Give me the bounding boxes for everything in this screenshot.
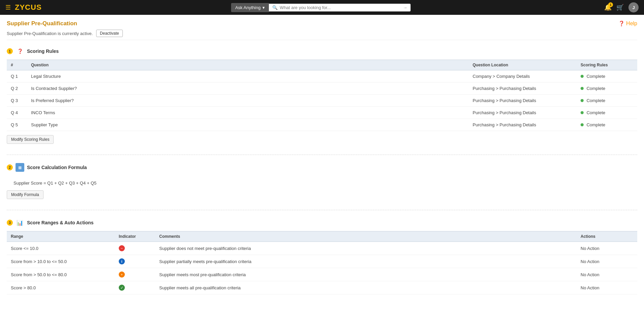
question-location: Purchasing > Purchasing Details	[469, 83, 577, 95]
complete-dot-icon	[581, 123, 584, 126]
scoring-status: Complete	[577, 83, 637, 95]
question-location: Purchasing > Purchasing Details	[469, 107, 577, 119]
question-number: Q 5	[7, 119, 27, 131]
score-ranges-table: Range Indicator Comments Actions Score <…	[7, 231, 637, 294]
page-title: Supplier Pre-Qualification	[7, 20, 77, 27]
comments-text: Supplier does not meet pre-qualification…	[155, 242, 577, 255]
score-ranges-section: 3 📊 Score Ranges & Auto Actions Range In…	[7, 216, 637, 304]
notifications-icon[interactable]: 🔔 1	[604, 4, 612, 11]
search-go-icon[interactable]: →	[403, 5, 407, 10]
actions-text: No Action	[577, 255, 637, 268]
col-rules: Scoring Rules	[577, 60, 637, 70]
question-location: Company > Company Details	[469, 70, 577, 83]
nav-icons: 🔔 1 🛒 J	[604, 2, 639, 12]
actions-text: No Action	[577, 268, 637, 281]
scoring-rules-icon: ❓	[16, 47, 24, 56]
scoring-rules-title: Scoring Rules	[27, 49, 59, 54]
question-text: INCO Terms	[27, 107, 469, 119]
question-text: Is Preferred Supplier?	[27, 95, 469, 107]
page-header: Supplier Pre-Qualification ❓ Help	[7, 20, 637, 27]
question-text: Is Contracted Supplier?	[27, 83, 469, 95]
status-text: Complete	[587, 98, 606, 103]
comments-text: Supplier meets most pre-qualification cr…	[155, 268, 577, 281]
scoring-rules-header: 1 ❓ Scoring Rules	[7, 44, 637, 57]
table-row: Score from > 50.0 to <= 80.0 + Supplier …	[7, 268, 637, 281]
user-avatar[interactable]: J	[628, 2, 639, 12]
complete-dot-icon	[581, 75, 584, 78]
col-hash: #	[7, 60, 27, 70]
dropdown-arrow-icon: ▾	[262, 5, 265, 10]
table-row: Q 2 Is Contracted Supplier? Purchasing >…	[7, 83, 637, 95]
status-text: Complete	[587, 74, 606, 79]
question-text: Legal Structure	[27, 70, 469, 83]
main-content: Supplier Pre-Qualification ❓ Help Suppli…	[0, 15, 644, 321]
status-text: Complete	[587, 122, 606, 127]
col-comments: Comments	[155, 231, 577, 242]
range-text: Score from > 10.0 to <= 50.0	[7, 255, 115, 268]
question-number: Q 3	[7, 95, 27, 107]
table-row: Q 5 Supplier Type Purchasing > Purchasin…	[7, 119, 637, 131]
deactivate-button[interactable]: Deactivate	[96, 30, 123, 37]
range-text: Score from > 50.0 to <= 80.0	[7, 268, 115, 281]
complete-dot-icon	[581, 111, 584, 114]
green-indicator-icon: ✓	[119, 285, 125, 291]
indicator-cell: +	[115, 268, 155, 281]
status-text: Complete	[587, 86, 606, 91]
help-label: Help	[626, 21, 637, 27]
range-text: Score <= 10.0	[7, 242, 115, 255]
zycus-logo: ZYCUS	[15, 3, 42, 12]
help-icon: ❓	[618, 21, 625, 27]
comments-text: Supplier meets all pre-qualification cri…	[155, 281, 577, 294]
col-actions: Actions	[577, 231, 637, 242]
table-row: Q 1 Legal Structure Company > Company De…	[7, 70, 637, 83]
col-indicator: Indicator	[115, 231, 155, 242]
indicator-cell: i	[115, 255, 155, 268]
formula-icon: ▦	[16, 163, 24, 172]
question-number: Q 4	[7, 107, 27, 119]
complete-dot-icon	[581, 87, 584, 90]
ask-anything-label: Ask Anything	[235, 5, 260, 10]
scoring-status: Complete	[577, 107, 637, 119]
formula-box: Supplier Score = Q1 + Q2 + Q3 + Q4 + Q5	[7, 176, 637, 190]
table-row: Score > 80.0 ✓ Supplier meets all pre-qu…	[7, 281, 637, 294]
table-row: Q 4 INCO Terms Purchasing > Purchasing D…	[7, 107, 637, 119]
status-text: Complete	[587, 110, 606, 115]
formula-text: Supplier Score = Q1 + Q2 + Q3 + Q4 + Q5	[13, 181, 96, 186]
indicator-cell: ✓	[115, 281, 155, 294]
complete-dot-icon	[581, 99, 584, 102]
hamburger-menu-icon[interactable]: ☰	[5, 4, 11, 11]
cart-icon[interactable]: 🛒	[616, 4, 624, 11]
orange-indicator-icon: +	[119, 271, 125, 278]
scoring-status: Complete	[577, 95, 637, 107]
scoring-status: Complete	[577, 119, 637, 131]
score-ranges-header: 3 📊 Score Ranges & Auto Actions	[7, 216, 637, 228]
scoring-status: Complete	[577, 70, 637, 83]
comments-text: Supplier partially meets pre-qualificati…	[155, 255, 577, 268]
question-number: Q 1	[7, 70, 27, 83]
section2-number: 2	[7, 164, 13, 170]
section1-number: 1	[7, 48, 13, 54]
table-row: Score from > 10.0 to <= 50.0 i Supplier …	[7, 255, 637, 268]
table-row: Score <= 10.0 − Supplier does not meet p…	[7, 242, 637, 255]
scoring-rules-table: # Question Question Location Scoring Rul…	[7, 60, 637, 131]
formula-section: 2 ▦ Score Calculation Formula Supplier S…	[7, 160, 637, 210]
actions-text: No Action	[577, 281, 637, 294]
search-input[interactable]	[280, 5, 403, 10]
indicator-cell: −	[115, 242, 155, 255]
help-link[interactable]: ❓ Help	[618, 21, 637, 27]
col-range: Range	[7, 231, 115, 242]
modify-formula-button[interactable]: Modify Formula	[7, 190, 44, 199]
search-icon: 🔍	[272, 5, 278, 10]
section3-number: 3	[7, 220, 13, 226]
formula-header: 2 ▦ Score Calculation Formula	[7, 160, 637, 173]
col-location: Question Location	[469, 60, 577, 70]
status-bar: Supplier Pre-Qualification is currently …	[7, 30, 637, 40]
question-location: Purchasing > Purchasing Details	[469, 119, 577, 131]
actions-text: No Action	[577, 242, 637, 255]
score-ranges-icon: 📊	[16, 218, 24, 227]
modify-scoring-rules-button[interactable]: Modify Scoring Rules	[7, 135, 54, 144]
search-box: 🔍 →	[269, 4, 411, 11]
formula-title: Score Calculation Formula	[27, 165, 87, 170]
ask-anything-button[interactable]: Ask Anything ▾	[231, 3, 269, 12]
blue-indicator-icon: i	[119, 258, 125, 264]
